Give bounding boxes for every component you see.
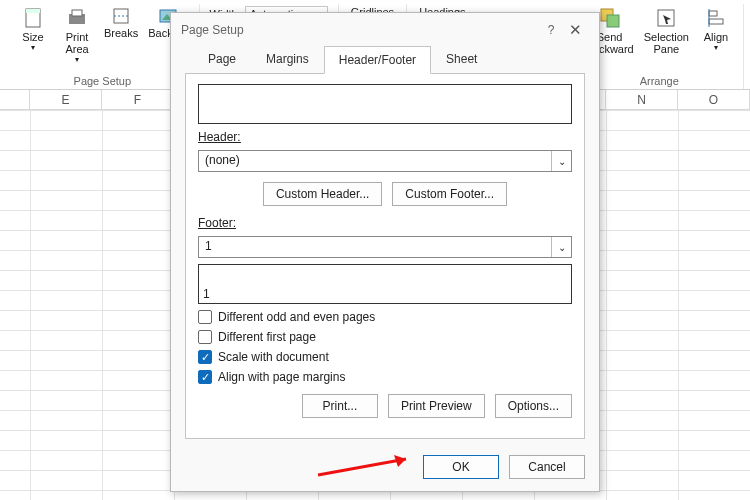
page-setup-dialog: Page Setup ? ✕ Page Margins Header/Foote… [170,12,600,492]
svg-rect-3 [72,10,82,16]
header-dropdown[interactable]: (none) ⌄ [198,150,572,172]
send-backward-icon [598,6,622,30]
breaks-button[interactable]: Breaks [100,4,142,66]
footer-dropdown[interactable]: 1 ⌄ [198,236,572,258]
arrange-group-label: Arrange [640,75,679,89]
header-preview [198,84,572,124]
checkbox-icon [198,310,212,324]
chevron-down-icon: ⌄ [551,151,571,171]
chevron-down-icon: ⌄ [551,237,571,257]
page-size-icon [21,6,45,30]
ribbon-group-arrange: Send Backward Selection Pane Align▾ Arra… [575,4,744,89]
tab-header-footer[interactable]: Header/Footer [324,46,431,74]
close-button[interactable]: ✕ [561,21,589,39]
different-first-page-checkbox[interactable]: Different first page [198,330,572,344]
footer-label: Footer: [198,216,572,230]
svg-rect-4 [114,9,128,23]
chk-label: Align with page margins [218,370,345,384]
dialog-footer: OK Cancel [171,447,599,491]
size-button[interactable]: Size▾ [12,4,54,66]
print-preview-button[interactable]: Print Preview [388,394,485,418]
align-page-margins-checkbox[interactable]: ✓Align with page margins [198,370,572,384]
footer-preview: 1 [198,264,572,304]
print-button[interactable]: Print... [302,394,378,418]
print-area-icon [65,6,89,30]
checkbox-icon: ✓ [198,350,212,364]
selection-pane-button[interactable]: Selection Pane [640,4,693,57]
svg-rect-12 [709,11,717,16]
svg-rect-9 [607,15,619,27]
header-value: (none) [199,151,551,171]
ok-button[interactable]: OK [423,455,499,479]
tab-sheet[interactable]: Sheet [431,45,492,73]
dialog-titlebar: Page Setup ? ✕ [171,13,599,45]
svg-rect-13 [709,19,723,24]
dialog-title: Page Setup [181,23,541,37]
align-button[interactable]: Align▾ [695,4,737,57]
col-header[interactable]: N [606,90,678,109]
help-button[interactable]: ? [541,23,561,37]
col-header[interactable]: F [102,90,174,109]
footer-value: 1 [199,237,551,257]
size-label: Size [22,31,43,43]
chk-label: Different first page [218,330,316,344]
selection-pane-icon [654,6,678,30]
checkbox-icon [198,330,212,344]
custom-header-button[interactable]: Custom Header... [263,182,382,206]
col-header[interactable]: O [678,90,750,109]
tab-strip: Page Margins Header/Footer Sheet [171,45,599,73]
breaks-icon [111,6,131,26]
print-area-label: Print Area [65,31,88,55]
breaks-label: Breaks [104,27,138,39]
scale-with-document-checkbox[interactable]: ✓Scale with document [198,350,572,364]
chk-label: Scale with document [218,350,329,364]
tab-margins[interactable]: Margins [251,45,324,73]
chk-label: Different odd and even pages [218,310,375,324]
align-icon [704,6,728,30]
select-all-corner[interactable] [0,90,30,109]
custom-footer-button[interactable]: Custom Footer... [392,182,507,206]
svg-rect-1 [26,9,40,13]
print-area-button[interactable]: Print Area▾ [56,4,98,66]
dialog-panel: Header: (none) ⌄ Custom Header... Custom… [185,73,585,439]
different-odd-even-checkbox[interactable]: Different odd and even pages [198,310,572,324]
checkbox-icon: ✓ [198,370,212,384]
col-header[interactable]: E [30,90,102,109]
options-button[interactable]: Options... [495,394,572,418]
cancel-button[interactable]: Cancel [509,455,585,479]
align-label: Align [704,31,728,43]
header-label: Header: [198,130,572,144]
footer-preview-text: 1 [203,287,210,301]
tab-page[interactable]: Page [193,45,251,73]
page-setup-group-label: Page Setup [74,75,132,89]
selection-pane-label: Selection Pane [644,31,689,55]
